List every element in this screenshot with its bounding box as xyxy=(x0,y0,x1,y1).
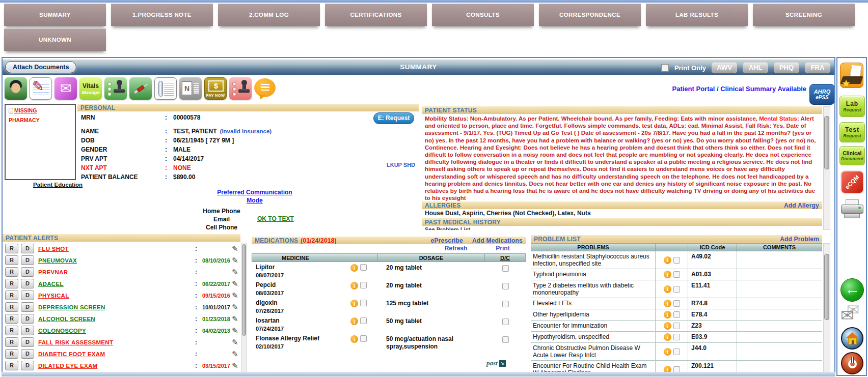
progress-note-icon[interactable]: ✎ xyxy=(30,77,52,100)
e-request-button[interactable]: E: Request xyxy=(373,112,414,124)
problem-checkbox[interactable] xyxy=(673,311,680,318)
message-icon[interactable]: ✉ xyxy=(55,77,77,100)
back-button[interactable]: ← xyxy=(840,278,864,302)
home-button[interactable] xyxy=(841,327,863,350)
tab-progress-note[interactable]: 1.PROGRESS NOTE xyxy=(111,4,213,26)
done-button[interactable]: D xyxy=(21,279,34,288)
edit-pencil-icon[interactable]: ✎ xyxy=(232,244,238,253)
drug-info-icon[interactable]: i xyxy=(350,282,358,289)
refused-button[interactable]: R xyxy=(5,302,18,312)
done-button[interactable]: D xyxy=(21,302,34,312)
fra-button[interactable]: FRA xyxy=(805,62,830,73)
problem-info-icon[interactable]: i xyxy=(664,300,671,307)
print-only-checkbox[interactable] xyxy=(661,64,669,72)
ahrq-epss-icon[interactable]: AHRQ ePSS xyxy=(809,84,835,105)
refused-button[interactable]: R xyxy=(5,267,18,277)
done-button[interactable]: D xyxy=(21,244,34,253)
edit-pencil-icon[interactable]: ✎ xyxy=(232,314,238,324)
alert-link[interactable]: FALL RISK ASSESSMENT xyxy=(38,339,113,345)
tab-correspondence[interactable]: CORRESPONDENCE xyxy=(539,4,641,26)
edit-pencil-icon[interactable]: ✎ xyxy=(232,268,238,277)
problem-checkbox[interactable] xyxy=(673,257,680,264)
add-problem-link[interactable]: Add Problem xyxy=(780,236,819,243)
status-panel-scrollbar[interactable] xyxy=(823,106,830,230)
refused-button[interactable]: R xyxy=(5,314,18,324)
done-button[interactable]: D xyxy=(21,349,34,359)
problem-list-scrollbar[interactable] xyxy=(823,243,830,375)
alert-link[interactable]: PREVNAR xyxy=(38,269,68,275)
problem-checkbox[interactable] xyxy=(673,286,680,293)
immunization-icon[interactable] xyxy=(129,77,152,100)
edit-pencil-icon[interactable]: ✎ xyxy=(232,361,238,370)
patient-education-link[interactable]: Patient Education xyxy=(33,182,83,188)
medication-checkbox[interactable] xyxy=(360,335,367,342)
tab-screening[interactable]: SCREENING xyxy=(753,4,855,26)
problem-info-icon[interactable]: i xyxy=(664,348,671,356)
tab-summary[interactable]: SUMMARY xyxy=(4,4,106,26)
scrollbar-thumb[interactable] xyxy=(824,116,829,169)
past-medications-link[interactable]: past ↘ xyxy=(486,359,506,367)
dc-checkbox[interactable] xyxy=(502,265,509,272)
problem-info-icon[interactable]: i xyxy=(664,285,671,293)
refused-button[interactable]: R xyxy=(5,291,18,300)
done-button[interactable]: D xyxy=(21,291,34,300)
medication-checkbox[interactable] xyxy=(360,300,367,306)
alert-link[interactable]: DEPRESSION SCREEN xyxy=(38,304,105,310)
add-medications-link[interactable]: Add Medications xyxy=(472,237,523,244)
missing-link[interactable]: MISSING xyxy=(9,107,37,113)
refused-button[interactable]: R xyxy=(5,326,18,335)
comments-bubble-icon[interactable] xyxy=(254,77,277,100)
lab-document-icon[interactable] xyxy=(154,77,177,100)
onenote-icon[interactable]: N xyxy=(179,77,202,100)
refused-button[interactable]: R xyxy=(5,244,18,253)
done-button[interactable]: D xyxy=(21,255,34,265)
edit-pencil-icon[interactable]: ✎ xyxy=(232,279,238,288)
alert-link[interactable]: ALCOHOL SCREEN xyxy=(38,316,95,322)
medication-checkbox[interactable] xyxy=(360,264,367,271)
clinical-document-button[interactable]: Clinical Document xyxy=(839,146,865,165)
drug-info-icon[interactable]: i xyxy=(350,300,358,307)
edit-pencil-icon[interactable]: ✎ xyxy=(232,350,238,359)
drug-info-icon[interactable]: i xyxy=(350,335,358,343)
alerts-scrollbar[interactable] xyxy=(241,243,247,375)
lkup-shd-link[interactable]: LKUP SHD xyxy=(387,162,415,168)
problem-checkbox[interactable] xyxy=(673,349,680,355)
column-dc-link[interactable]: D/C xyxy=(485,253,526,262)
ecqm-button[interactable]: eCQM xyxy=(840,170,864,194)
patient-demographics-icon[interactable] xyxy=(5,77,27,100)
problem-checkbox[interactable] xyxy=(673,323,680,329)
documents-folder-icon[interactable]: ★ xyxy=(840,63,863,88)
test-request-button[interactable]: Test Request xyxy=(839,122,865,142)
preferred-communication-link[interactable]: Preferred Communication Mode xyxy=(201,188,308,205)
drug-info-icon[interactable]: i xyxy=(350,317,358,325)
tab-unknown[interactable]: UNKNOWN xyxy=(4,28,106,51)
superbill-stamp-icon[interactable] xyxy=(229,77,252,100)
problem-info-icon[interactable]: i xyxy=(664,322,671,330)
problem-checkbox[interactable] xyxy=(673,334,680,340)
refresh-link[interactable]: Refresh xyxy=(433,245,479,252)
dc-checkbox[interactable] xyxy=(502,301,509,307)
dc-checkbox[interactable] xyxy=(502,283,509,289)
problem-checkbox[interactable] xyxy=(673,300,680,307)
problem-checkbox[interactable] xyxy=(673,271,680,278)
refused-button[interactable]: R xyxy=(5,337,18,347)
edit-pencil-icon[interactable]: ✎ xyxy=(232,303,238,312)
add-allergy-link[interactable]: Add Allergy xyxy=(784,202,819,209)
alert-link[interactable]: PNEUMOVAX xyxy=(38,257,77,264)
alert-link[interactable]: PHYSICAL xyxy=(38,293,69,299)
tab-consults[interactable]: CONSULTS xyxy=(432,4,534,26)
bottom-scroll-strip[interactable] xyxy=(2,372,835,376)
edit-pencil-icon[interactable]: ✎ xyxy=(232,338,238,347)
eprescribe-link[interactable]: ePrescribe xyxy=(431,237,463,244)
vitals-manage-icon[interactable]: Vitals Manage xyxy=(79,77,102,100)
scrollbar-thumb[interactable] xyxy=(824,254,829,320)
alert-link[interactable]: ADACEL xyxy=(38,281,64,287)
alert-link[interactable]: COLONOSCOPY xyxy=(38,328,86,334)
order-stamp-icon[interactable] xyxy=(104,77,127,100)
problem-info-icon[interactable]: i xyxy=(664,271,671,278)
edit-pencil-icon[interactable]: ✎ xyxy=(232,291,238,300)
scrollbar-thumb[interactable] xyxy=(242,244,246,336)
drug-info-icon[interactable]: i xyxy=(350,264,358,272)
refused-button[interactable]: R xyxy=(5,255,18,265)
problem-info-icon[interactable]: i xyxy=(664,256,671,264)
